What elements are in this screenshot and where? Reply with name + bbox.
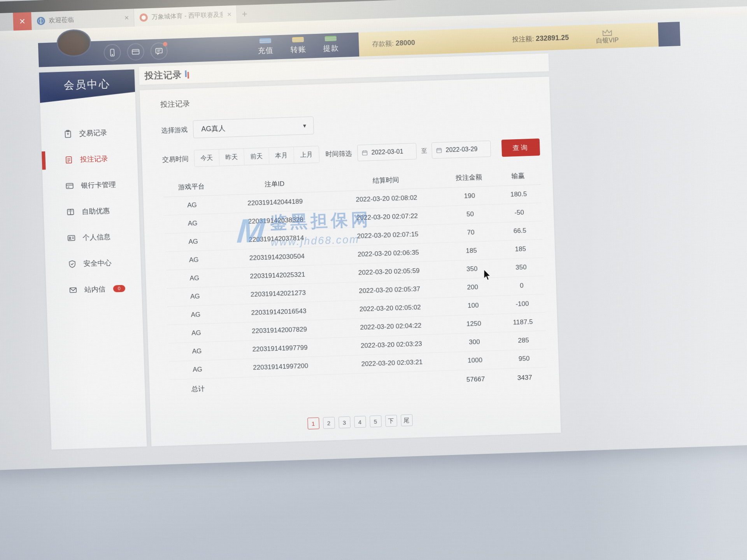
mobile-app-icon[interactable] <box>103 44 121 61</box>
cell-bet-amount: 300 <box>448 332 501 352</box>
betting-records-table: 游戏平台注单ID结算时间投注金额输赢 AG2203191420441892022… <box>163 166 548 400</box>
webpage: 充值转账提款 存款额: 28000 投注额: 232891.25 白银VIP 会… <box>0 15 747 452</box>
sidebar-item-mail[interactable]: 站内信0 <box>46 275 142 304</box>
main-area: 投注记录 投注记录 选择游戏 AG真人 ▼ <box>139 53 561 446</box>
new-tab-button[interactable]: + <box>237 5 253 23</box>
tab-title: 万象城体育 - 西甲联赛及意甲罗 <box>151 10 223 21</box>
cell-bet-amount: 1000 <box>448 350 502 370</box>
sidebar-item-label: 投注记录 <box>80 154 108 164</box>
calendar-icon <box>436 147 442 154</box>
pagination-button[interactable]: 下 <box>385 415 397 427</box>
unread-count-badge: 0 <box>113 285 125 292</box>
cell-win-loss: 1187.5 <box>500 312 546 332</box>
header-nav-item[interactable]: 转账 <box>290 38 306 55</box>
sidebar-item-shield[interactable]: 安全中心 <box>45 248 141 278</box>
sidebar-item-label: 安全中心 <box>83 258 112 268</box>
crown-icon <box>602 29 612 36</box>
cell-win-loss: 950 <box>501 349 547 369</box>
nav-colored-icon <box>292 37 304 42</box>
pagination-button[interactable]: 5 <box>370 415 382 427</box>
date-to-input[interactable]: 2022-03-29 <box>431 140 491 159</box>
header-nav: 充值转账提款 <box>258 37 339 56</box>
cell-win-loss: -100 <box>499 294 545 314</box>
shield-icon <box>68 259 77 268</box>
tab-close-icon[interactable]: ✕ <box>227 11 232 18</box>
cell-platform: AG <box>165 250 223 270</box>
sidebar-item-coupon[interactable]: 自助优惠 <box>43 196 139 226</box>
sidebar-item-bank-card[interactable]: 银行卡管理 <box>42 170 139 200</box>
bank-card-icon <box>65 181 74 190</box>
browser-tab-sports[interactable]: 万象城体育 - 西甲联赛及意甲罗 ✕ <box>134 5 237 27</box>
cell-platform: AG <box>168 323 225 343</box>
column-header: 游戏平台 <box>163 177 220 197</box>
sidebar-item-clipboard[interactable]: 交易记录 <box>40 118 137 147</box>
clipboard-icon <box>63 129 72 138</box>
sidebar-title: 会员中心 <box>39 70 135 103</box>
sidebar-item-label: 站内信 <box>84 284 105 294</box>
cell-platform: AG <box>168 341 226 361</box>
quick-date-button[interactable]: 本月 <box>269 147 294 164</box>
window-close-button[interactable]: ✕ <box>13 12 32 31</box>
pagination-button[interactable]: 3 <box>338 416 351 429</box>
total-bet-amount: 57667 <box>449 369 503 390</box>
cell-platform: AG <box>169 359 226 380</box>
tab-close-icon[interactable]: ✕ <box>124 14 129 21</box>
photo-background: ✕ 欢迎莅临 ✕ 万象城体育 - 西甲联赛及意甲罗 ✕ + <box>0 0 747 560</box>
pagination-button[interactable]: 尾 <box>400 414 412 426</box>
document-icon <box>64 155 73 164</box>
page-content: 会员中心 交易记录投注记录银行卡管理自助优惠个人信息安全中心站内信0 投注记录 … <box>39 50 561 450</box>
title-caret-mark <box>185 70 189 78</box>
coupon-icon <box>66 207 75 216</box>
nav-colored-icon <box>325 36 337 41</box>
cell-win-loss: -50 <box>496 203 542 222</box>
sidebar-item-document[interactable]: 投注记录 <box>42 144 138 173</box>
sidebar-menu: 交易记录投注记录银行卡管理自助优惠个人信息安全中心站内信0 <box>40 118 142 304</box>
cell-platform: AG <box>166 268 223 288</box>
message-icon[interactable] <box>150 42 168 60</box>
cell-platform: AG <box>164 213 221 233</box>
chevron-down-icon: ▼ <box>302 122 307 128</box>
browser-tab-welcome[interactable]: 欢迎莅临 ✕ <box>31 9 134 30</box>
cell-platform: AG <box>163 195 221 215</box>
header-icon-group <box>103 42 168 61</box>
pagination-button[interactable]: 4 <box>354 416 366 428</box>
quick-date-button[interactable]: 今天 <box>194 149 219 166</box>
quick-date-buttons: 今天昨天前天本月上月 <box>194 146 319 167</box>
cell-bet-amount: 185 <box>445 241 498 261</box>
quick-date-button[interactable]: 前天 <box>244 148 269 165</box>
pagination: 12345下尾 <box>171 410 549 434</box>
balance-panel: 存款额: 28000 投注额: 232891.25 白银VIP <box>358 23 659 56</box>
bank-card-icon[interactable] <box>127 43 144 61</box>
deposit-amount: 存款额: 28000 <box>372 38 415 49</box>
vip-level[interactable]: 白银VIP <box>596 29 619 44</box>
game-filter-row: 选择游戏 AG真人 ▼ <box>161 109 539 139</box>
cell-bet-amount: 100 <box>447 296 500 315</box>
bet-amount: 投注额: 232891.25 <box>512 33 569 44</box>
section-tab-betting-records[interactable]: 投注记录 <box>160 87 538 110</box>
quick-date-button[interactable]: 昨天 <box>219 149 244 166</box>
column-header: 投注金额 <box>442 168 496 187</box>
search-button[interactable]: 查询 <box>502 138 540 157</box>
game-select-label: 选择游戏 <box>161 125 188 135</box>
game-select-dropdown[interactable]: AG真人 ▼ <box>193 116 314 138</box>
cell-bet-amount: 350 <box>445 259 498 279</box>
time-filter-label: 交易时间 <box>162 154 189 164</box>
sidebar-item-label: 交易记录 <box>79 128 107 138</box>
pagination-button[interactable]: 2 <box>323 417 335 429</box>
cell-platform: AG <box>165 231 222 252</box>
site-logo[interactable] <box>56 29 91 57</box>
date-range-to-label: 至 <box>421 147 427 154</box>
page-title: 投注记录 <box>144 68 182 82</box>
date-from-input[interactable]: 2022-03-01 <box>357 143 417 161</box>
cell-platform: AG <box>167 304 224 325</box>
header-nav-item[interactable]: 充值 <box>258 39 274 56</box>
sidebar-item-id-card[interactable]: 个人信息 <box>44 222 140 252</box>
quick-date-button[interactable]: 上月 <box>294 146 319 163</box>
sidebar-item-label: 银行卡管理 <box>81 180 116 190</box>
header-nav-item[interactable]: 提款 <box>323 37 339 54</box>
total-label: 总计 <box>170 378 227 400</box>
range-filter-label: 时间筛选 <box>325 149 352 159</box>
cell-win-loss: 0 <box>499 276 545 296</box>
cell-bet-amount: 1250 <box>447 314 500 334</box>
pagination-button[interactable]: 1 <box>307 417 319 429</box>
